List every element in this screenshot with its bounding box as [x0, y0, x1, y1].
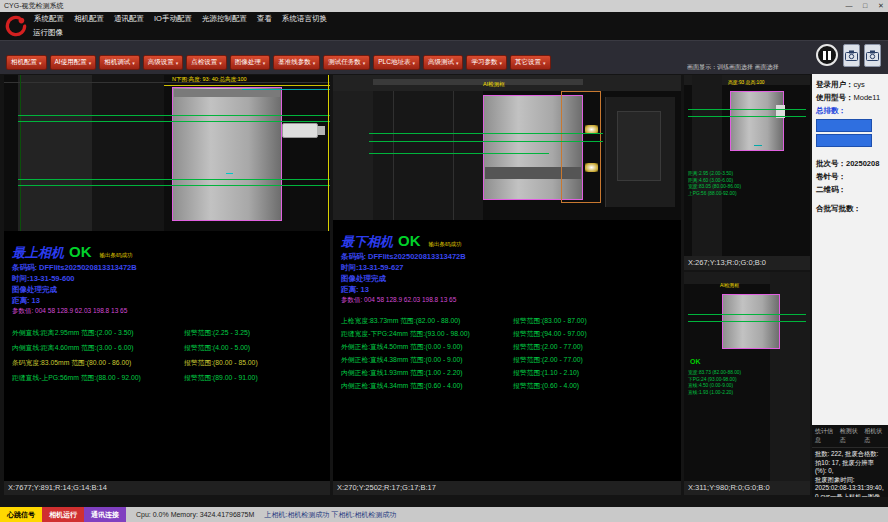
measure-line-green: [688, 321, 806, 322]
dropdown-arrow-icon: ▾: [412, 60, 415, 66]
toolbar-button-advanced-settings[interactable]: 高级设置▾: [143, 55, 184, 70]
measure-line-green: [688, 314, 806, 315]
stats-tab-statistics[interactable]: 统计信息: [815, 427, 836, 445]
toolbar-button-advanced-test[interactable]: 高级测试▾: [423, 55, 464, 70]
measurement-row: 条码宽度:83.05mm 范围:(80.00 - 86.00)报警范围:(80.…: [12, 355, 322, 370]
top-camera-button[interactable]: [843, 44, 860, 67]
measure-tick-cyan: [226, 173, 233, 174]
merge-batch-label: 合批写批数：: [816, 202, 884, 215]
menu-item-io-config[interactable]: IO手动配置: [154, 12, 192, 26]
camera-info-top: 最上相机OK输出条码成功 条码码: DFFlits202502081331347…: [4, 231, 330, 385]
stats-tab-detection[interactable]: 检测状态: [840, 427, 861, 445]
measurement-row: 内侧正枪:直线4.34mm 范围:(0.60 - 4.00)报警范围:(0.60…: [341, 379, 673, 392]
measurement-row: 内侧直线:距离4.60mm 范围:(3.00 - 6.00)报警范围:(4.00…: [12, 340, 322, 355]
result-ok: OK: [398, 232, 421, 249]
menu-item-comm-config[interactable]: 通讯配置: [114, 12, 144, 26]
toolbar-button-image-processing[interactable]: 图像处理▾: [230, 55, 271, 70]
login-label: 登录用户：: [816, 80, 854, 89]
thumb-view-top[interactable]: 高度:93 总高:100 距离:2.95 (2.00-3.50) 距离:4.60…: [684, 75, 810, 256]
menu-item-light-config[interactable]: 光源控制配置: [202, 12, 247, 26]
thumb-view-bottom[interactable]: AI检测框 OK 宽度:83.73 (82.00-88.00) 下PG:24 (…: [684, 272, 810, 481]
camera-icon: [845, 50, 858, 61]
toolbar-button-learning-params[interactable]: 学习参数▾: [466, 55, 507, 70]
tab-strip: 运行图像: [0, 26, 888, 40]
toolbar-button-other-settings[interactable]: 其它设置▾: [510, 55, 551, 70]
image-region: [373, 91, 483, 220]
stats-line: 批废图象时间:: [815, 476, 885, 485]
menu-item-language[interactable]: 系统语言切换: [282, 12, 327, 26]
thumb-result-lines: 宽度:83.73 (82.00-88.00) 下PG:24 (93.00-98.…: [688, 370, 741, 396]
seam-line: [453, 91, 454, 220]
image-region: [333, 91, 373, 220]
total-count-field-1[interactable]: [816, 119, 872, 132]
dropdown-arrow-icon: ▾: [176, 60, 179, 66]
batch-code-label: 批次号：: [816, 159, 846, 168]
stats-line: 批数: 222, 批废合格数:: [815, 450, 885, 459]
maximize-button[interactable]: □: [860, 0, 870, 12]
pause-button[interactable]: [816, 44, 838, 66]
app-window: CYG-视觉检测系统 — □ ✕ 系统配置 相机配置 通讯配置 IO手动配置 光…: [0, 0, 888, 522]
measurement-row: 外侧正枪:直线4.38mm 范围:(0.00 - 9.00)报警范围:(2.00…: [341, 353, 673, 366]
measurement-row: 距缝直线-上PG:56mm 范围:(88.00 - 92.00)报警范围:(89…: [12, 370, 322, 385]
thumb-result-lines: 距离:2.95 (2.00-3.50) 距离:4.60 (3.00-6.00) …: [688, 171, 741, 197]
detected-part: [172, 87, 282, 221]
camera-panel-bottom: AI检测框 最下相机OK输出条码成功 条码码: DFFlits202502081…: [333, 75, 681, 495]
model-label: 使用型号：: [816, 93, 854, 102]
qr-label: 二维码：: [816, 183, 884, 196]
measure-line-cyan: [242, 89, 330, 90]
view-selector-label[interactable]: 画面显示：训练画面选择 画面选择: [687, 63, 779, 72]
dropdown-arrow-icon: ▾: [132, 60, 135, 66]
overlay-label: AI检测框: [483, 81, 505, 88]
toolbar-button-spot-check[interactable]: 点检设置▾: [186, 55, 227, 70]
measurement-row: 距缝宽度-下PG:24mm 范围:(93.00 - 98.00)报警范围:(94…: [341, 327, 673, 340]
dropdown-arrow-icon: ▾: [89, 60, 92, 66]
measure-line-green: [688, 116, 806, 117]
ai-detection-box: [561, 91, 601, 203]
camera-status-text: 上相机:相机检测成功 下相机:相机检测成功: [264, 507, 396, 522]
dropdown-arrow-icon: ▾: [263, 60, 266, 66]
dropdown-arrow-icon: ▾: [39, 60, 42, 66]
measure-tick-cyan: [754, 145, 762, 146]
dropdown-arrow-icon: ▾: [363, 60, 366, 66]
bottom-camera-button[interactable]: [864, 44, 881, 67]
menu-item-camera-config[interactable]: 相机配置: [74, 12, 104, 26]
heartbeat-badge: 心跳信号: [0, 507, 42, 522]
toolbar-button-test-tasks[interactable]: 测试任务数▾: [323, 55, 370, 70]
measure-line-green: [18, 185, 330, 186]
measure-line-green: [18, 179, 330, 180]
camera-info-bottom: 最下相机OK输出条码成功 条码码: DFFlits202502081331347…: [333, 220, 681, 392]
pixel-coords-readout: X:7677;Y:891;R:14;G:14;B:14: [4, 481, 330, 495]
time-text: 时间:13-31-59-627: [341, 262, 673, 273]
part-top-edge: [174, 89, 280, 97]
minimize-button[interactable]: —: [844, 0, 854, 12]
comm-link-badge: 通讯连接: [84, 507, 126, 522]
toolbar-button-plc-address[interactable]: PLC地址表▾: [373, 55, 420, 70]
distance-text: 距离: 13: [12, 295, 322, 306]
total-count-field-2[interactable]: [816, 134, 872, 147]
measurement-row: 上枪宽度:83.73mm 范围:(82.00 - 88.00)报警范围:(83.…: [341, 314, 673, 327]
model-select[interactable]: Mode11: [854, 93, 881, 102]
batch-code-value: 20250208: [846, 159, 879, 168]
toolbar-button-baseline-params[interactable]: 基准线参数▾: [273, 55, 320, 70]
dropdown-arrow-icon: ▾: [219, 60, 222, 66]
close-button[interactable]: ✕: [876, 0, 886, 12]
image-region: [692, 75, 722, 256]
tab-run-image[interactable]: 运行图像: [33, 26, 63, 40]
menu-item-system-config[interactable]: 系统配置: [34, 12, 64, 26]
toolbar-button-ai-config[interactable]: AI使用配置▾: [50, 55, 97, 70]
toolbar-button-camera-debug[interactable]: 相机调试▾: [99, 55, 140, 70]
camera-title: 最上相机: [12, 245, 64, 260]
overlay-label: N下图:高度: 93: 40:总高度:100: [172, 76, 247, 83]
dropdown-arrow-icon: ▾: [313, 60, 316, 66]
measure-line-yellow: [164, 85, 330, 86]
window-titlebar: CYG-视觉检测系统 — □ ✕: [0, 0, 888, 12]
camera-view-bottom[interactable]: AI检测框: [333, 75, 681, 220]
camera-icon: [866, 50, 879, 61]
stats-tab-camera[interactable]: 相机状态: [864, 427, 885, 445]
toolbar-button-camera-config[interactable]: 相机配置▾: [6, 55, 47, 70]
menu-item-view[interactable]: 查看: [257, 12, 272, 26]
barcode-note: 输出条码成功: [429, 241, 462, 247]
dropdown-arrow-icon: ▾: [543, 60, 546, 66]
measurement-row: 外侧直线:距离2.95mm 范围:(2.00 - 3.50)报警范围:(2.25…: [12, 325, 322, 340]
camera-view-top[interactable]: N下图:高度: 93: 40:总高度:100: [4, 75, 330, 231]
